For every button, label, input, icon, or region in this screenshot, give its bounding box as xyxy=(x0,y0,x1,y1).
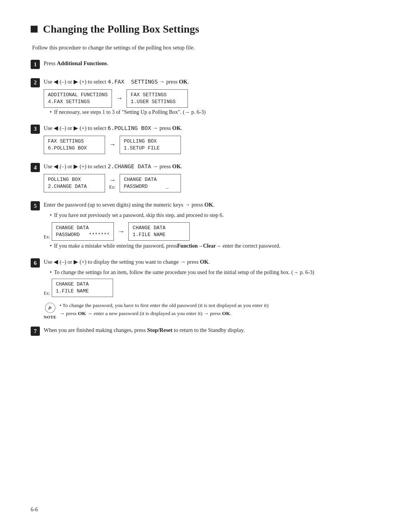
intro-text: Follow this procedure to change the sett… xyxy=(32,44,383,51)
step-3-lcd-right: POLLING BOX 1.SETUP FILE xyxy=(120,136,181,154)
page-footer: 6-6 xyxy=(31,507,38,513)
step-5-lcd-row: Ex: CHANGE DATA PASSWORD ******* → CHANG… xyxy=(44,222,383,241)
step-2-bullet-1: If necessary, see steps 1 to 3 of "Setti… xyxy=(50,109,383,115)
step-6: 6 Use ◀ (–) or ▶ (+) to display the sett… xyxy=(31,258,383,319)
step-1: 1 Press Additional Functions. xyxy=(31,59,383,71)
step-5-bullet-1: If you have not previously set a passwor… xyxy=(50,212,383,218)
step-6-note: NOTE • To change the password, you have … xyxy=(44,302,383,319)
step-5-lcd-left: CHANGE DATA PASSWORD ******* xyxy=(52,222,114,241)
step-5-content: Enter the password (up to seven digits) … xyxy=(44,201,383,251)
step-4-text: Use ◀ (–) or ▶ (+) to select 2.CHANGE DA… xyxy=(44,163,383,171)
step-6-ex-label: Ex: xyxy=(44,291,50,297)
step-5-arrow: → xyxy=(118,228,125,236)
step-4-lcd-left: POLLING BOX 2.CHANGE DATA xyxy=(44,174,105,192)
step-1-text: Press Additional Functions. xyxy=(44,59,383,68)
step-2-arrow: → xyxy=(116,94,123,102)
step-4-content: Use ◀ (–) or ▶ (+) to select 2.CHANGE DA… xyxy=(44,163,383,194)
step-number-6: 6 xyxy=(31,258,40,268)
step-5-bullet-2: If you make a mistake while entering the… xyxy=(50,243,383,249)
step-number-4: 4 xyxy=(31,163,40,172)
step-2: 2 Use ◀ (–) or ▶ (+) to select 4.FAX SET… xyxy=(31,78,383,117)
step-2-text: Use ◀ (–) or ▶ (+) to select 4.FAX SETTI… xyxy=(44,78,383,86)
step-5: 5 Enter the password (up to seven digits… xyxy=(31,201,383,251)
step-2-lcd-right: FAX SETTINGS 1.USER SETTINGS xyxy=(127,89,188,108)
step-number-1: 1 xyxy=(31,60,40,69)
step-4-lcd-right: CHANGE DATA PASSWORD _ xyxy=(120,174,181,192)
step-2-lcd-left: ADDITIONAL FUNCTIONS 4.FAX SETTINGS xyxy=(44,89,112,108)
step-number-5: 5 xyxy=(31,201,40,210)
step-7: 7 When you are finished making changes, … xyxy=(31,326,383,338)
step-7-text: When you are finished making changes, pr… xyxy=(44,326,383,335)
step-6-bullet-1: To change the settings for an item, foll… xyxy=(50,269,383,276)
note-text: • To change the password, you have to fi… xyxy=(59,302,268,317)
title-bullet xyxy=(31,26,38,33)
pencil-icon xyxy=(45,302,56,313)
step-3-lcd-row: FAX SETTINGS 6.POLLING BOX → POLLING BOX… xyxy=(44,136,383,154)
step-3-text: Use ◀ (–) or ▶ (+) to select 6.POLLING B… xyxy=(44,124,383,133)
step-5-lcd-right: CHANGE DATA 1.FILE NAME xyxy=(128,222,190,241)
step-5-ex-label: Ex: xyxy=(44,234,50,241)
step-2-content: Use ◀ (–) or ▶ (+) to select 4.FAX SETTI… xyxy=(44,78,383,117)
step-1-content: Press Additional Functions. xyxy=(44,59,383,71)
step-6-text: Use ◀ (–) or ▶ (+) to display the settin… xyxy=(44,258,383,266)
step-3-lcd-left: FAX SETTINGS 6.POLLING BOX xyxy=(44,136,105,154)
step-number-7: 7 xyxy=(31,327,40,336)
step-6-lcd-row: Ex: CHANGE DATA 1.FILE NAME xyxy=(44,279,383,297)
step-2-lcd-row: ADDITIONAL FUNCTIONS 4.FAX SETTINGS → FA… xyxy=(44,89,383,108)
step-4: 4 Use ◀ (–) or ▶ (+) to select 2.CHANGE … xyxy=(31,163,383,194)
step-6-lcd-left: CHANGE DATA 1.FILE NAME xyxy=(52,279,113,297)
step-4-lcd-row: POLLING BOX 2.CHANGE DATA → Ex: CHANGE D… xyxy=(44,174,383,192)
page-title: Changing the Polling Box Settings xyxy=(31,23,383,35)
step-6-content: Use ◀ (–) or ▶ (+) to display the settin… xyxy=(44,258,383,319)
step-5-text: Enter the password (up to seven digits) … xyxy=(44,201,383,209)
step-number-3: 3 xyxy=(31,125,40,134)
step-3-arrow: → xyxy=(109,141,116,149)
step-4-arrow: → Ex: xyxy=(109,176,116,190)
step-7-content: When you are finished making changes, pr… xyxy=(44,326,383,338)
step-3: 3 Use ◀ (–) or ▶ (+) to select 6.POLLING… xyxy=(31,124,383,156)
step-number-2: 2 xyxy=(31,78,40,87)
note-label: NOTE xyxy=(44,315,56,319)
step-3-content: Use ◀ (–) or ▶ (+) to select 6.POLLING B… xyxy=(44,124,383,156)
title-text: Changing the Polling Box Settings xyxy=(43,23,199,35)
